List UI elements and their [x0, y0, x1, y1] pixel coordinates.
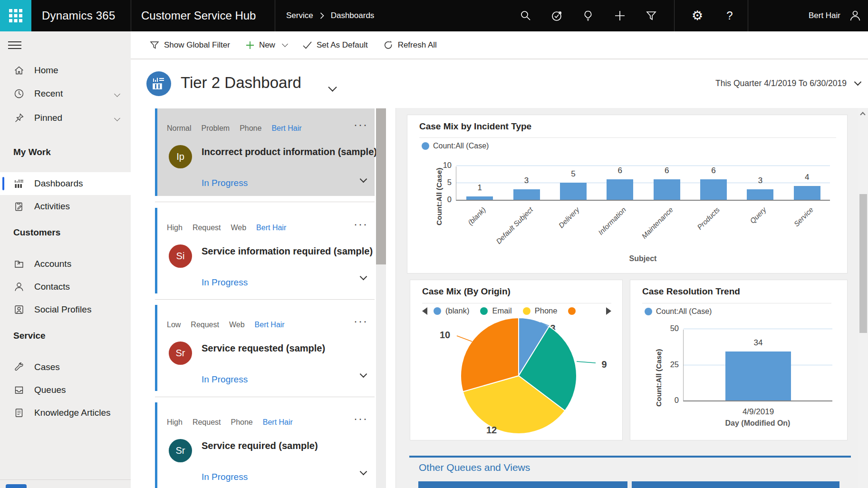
chart-case-resolution-trend[interactable]: Case Resolution Trend Count:All (Case) C…	[630, 280, 848, 440]
case-meta: LowRequestWebBert Hair	[167, 321, 285, 329]
case-card[interactable]: LowRequestWebBert Hair···SrService reque…	[155, 305, 375, 391]
search-icon[interactable]	[515, 0, 537, 31]
command-refresh-all[interactable]: Refresh All	[384, 40, 437, 50]
dashboard-selector-chevron-icon[interactable]	[328, 83, 337, 91]
gear-icon[interactable]: ⚙	[686, 0, 708, 31]
chart-legend: Count:All (Case)	[645, 307, 712, 316]
case-card[interactable]: HighRequestWebBert Hair···SiService info…	[155, 208, 375, 293]
hamburger-menu-icon[interactable]	[8, 39, 21, 49]
sidebar-item-label: Contacts	[34, 282, 70, 292]
card-expand-chevron-icon[interactable]	[360, 371, 367, 378]
command-label: Refresh All	[398, 40, 437, 50]
chevron-down-icon[interactable]	[114, 115, 120, 121]
refresh-icon	[384, 40, 393, 50]
scrollbar-up-icon[interactable]	[860, 112, 865, 117]
bar	[560, 183, 587, 200]
sidebar-item-label: Recent	[34, 88, 63, 99]
case-title[interactable]: Incorrect product information (sample)	[202, 146, 377, 157]
pie-value-label: 12	[486, 425, 497, 435]
legend-dot	[645, 308, 652, 315]
card-more-icon[interactable]: ···	[354, 218, 368, 230]
bar	[700, 179, 727, 200]
case-owner-link[interactable]: Bert Hair	[255, 321, 285, 329]
case-status-link[interactable]: In Progress	[202, 374, 248, 385]
sidebar-item-activities[interactable]: Activities	[0, 195, 131, 218]
case-owner-link[interactable]: Bert Hair	[256, 224, 286, 232]
time-filter[interactable]: This Quarter 4/1/2019 To 6/30/2019	[715, 78, 860, 88]
card-expand-chevron-icon[interactable]	[360, 176, 367, 183]
card-more-icon[interactable]: ···	[354, 315, 368, 327]
case-status-link[interactable]: In Progress	[202, 277, 248, 288]
legend-dot	[422, 142, 429, 150]
page-scrollbar-thumb[interactable]	[859, 194, 867, 333]
case-priority: Low	[167, 321, 181, 329]
chevron-down-icon[interactable]	[114, 91, 120, 97]
case-type: Problem	[202, 124, 230, 133]
bar	[607, 179, 633, 200]
sidebar-item-cases[interactable]: Cases	[0, 356, 131, 379]
command-show-global-filter[interactable]: Show Global Filter	[150, 40, 230, 50]
sidebar-item-label: Accounts	[34, 259, 71, 269]
plus-icon[interactable]	[609, 0, 631, 31]
app-launcher-waffle-icon[interactable]	[0, 0, 31, 31]
chart-title: Case Mix by Incident Type	[419, 121, 531, 132]
command-set-as-default[interactable]: Set As Default	[303, 40, 368, 50]
pie-value-label: 9	[601, 359, 607, 370]
lightbulb-icon[interactable]	[577, 0, 599, 31]
check-circle-icon[interactable]	[546, 0, 568, 31]
case-status-link[interactable]: In Progress	[202, 178, 248, 188]
breadcrumb-area[interactable]: Service	[286, 11, 313, 20]
case-title[interactable]: Service required (sample)	[202, 440, 318, 451]
gridline	[684, 329, 832, 329]
stream-scrollbar-thumb[interactable]	[376, 108, 386, 264]
sidebar-item-social-profiles[interactable]: Social Profiles	[0, 298, 131, 321]
chevron-down-icon[interactable]	[282, 41, 288, 47]
breadcrumb-page[interactable]: Dashboards	[331, 11, 375, 20]
sidebar-item-recent[interactable]: Recent	[0, 82, 131, 105]
x-axis-title: Subject	[456, 254, 830, 263]
user-name[interactable]: Bert Hair	[809, 0, 840, 31]
card-expand-chevron-icon[interactable]	[360, 468, 367, 476]
case-card[interactable]: NormalProblemPhoneBert Hair···IpIncorrec…	[155, 108, 375, 196]
case-owner-link[interactable]: Bert Hair	[271, 124, 301, 133]
sitemap-footer-button[interactable]	[6, 484, 27, 488]
other-queues-title[interactable]: Other Queues and Views	[419, 462, 530, 473]
case-avatar: Sr	[169, 439, 192, 462]
card-more-icon[interactable]: ···	[354, 413, 368, 424]
command-bar: Show Global FilterNewSet As DefaultRefre…	[131, 31, 868, 59]
brand-title[interactable]: Dynamics 365	[42, 0, 115, 31]
card-expand-chevron-icon[interactable]	[360, 273, 367, 281]
y-tick-label: 10	[435, 161, 452, 170]
page-scrollbar[interactable]	[858, 108, 868, 488]
customer-service-hub-app: Dynamics 365 Customer Service Hub Servic…	[0, 0, 868, 488]
person-icon[interactable]	[844, 0, 866, 31]
sidebar-item-dashboards[interactable]: Dashboards	[0, 172, 131, 195]
sidebar-item-queues[interactable]: Queues	[0, 379, 131, 401]
dashboards-icon	[13, 178, 25, 189]
sidebar-item-pinned[interactable]: Pinned	[0, 107, 131, 129]
stream-scrollbar[interactable]	[376, 108, 386, 488]
dashboard-header: Tier 2 Dashboard This Quarter 4/1/2019 T…	[131, 59, 868, 108]
case-title[interactable]: Service requested (sample)	[202, 343, 325, 354]
sidebar-item-contacts[interactable]: Contacts	[0, 275, 131, 298]
case-status-link[interactable]: In Progress	[202, 472, 248, 482]
funnel-icon[interactable]	[640, 0, 662, 31]
bar-plot-area: 05101(blank)3Default Subject5Delivery6In…	[456, 166, 830, 201]
case-card[interactable]: HighRequestPhoneBert Hair···SrService re…	[155, 402, 375, 488]
case-title[interactable]: Service information required (sample)	[202, 246, 373, 257]
chart-case-mix-by-origin[interactable]: Case Mix (By Origin) (blank)EmailPhone 3…	[410, 280, 623, 440]
sidebar-item-knowledge-articles[interactable]: Knowledge Articles	[0, 401, 131, 424]
gridline	[456, 166, 830, 166]
case-channel: Phone	[240, 124, 261, 133]
command-new[interactable]: New	[246, 40, 287, 50]
sidebar-item-accounts[interactable]: Accounts	[0, 253, 131, 275]
top-navigation-bar: Dynamics 365 Customer Service Hub Servic…	[0, 0, 868, 31]
dashboard-canvas: Case Mix by Incident Type Count:All (Cas…	[396, 108, 858, 488]
chart-case-mix-by-incident-type[interactable]: Case Mix by Incident Type Count:All (Cas…	[407, 115, 848, 273]
sidebar-item-home[interactable]: Home	[0, 59, 131, 82]
social-profiles-icon	[13, 304, 25, 315]
app-name[interactable]: Customer Service Hub	[141, 0, 256, 31]
case-owner-link[interactable]: Bert Hair	[263, 418, 293, 427]
help-icon[interactable]: ?	[719, 0, 741, 31]
card-more-icon[interactable]: ···	[354, 119, 368, 130]
